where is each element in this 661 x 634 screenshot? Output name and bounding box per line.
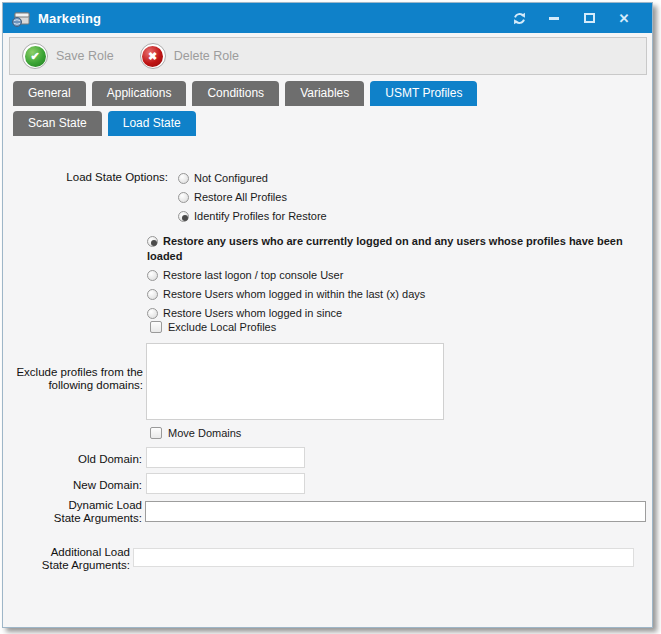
radio-restore-last-logon[interactable]: Restore last logon / top console User (147, 268, 649, 283)
tab-usmt-profiles[interactable]: USMT Profiles (370, 81, 477, 106)
maximize-icon[interactable] (581, 10, 597, 26)
tab-variables[interactable]: Variables (285, 81, 364, 106)
radio-icon (178, 173, 189, 184)
title-bar: Marketing ✕ (3, 3, 652, 33)
save-role-button[interactable]: ✔ Save Role (22, 43, 114, 69)
delete-x-icon: ✖ (140, 43, 166, 69)
radio-icon (147, 308, 158, 319)
exclude-domains-label: Exclude profiles from the following doma… (11, 366, 143, 392)
dynamic-load-state-arguments-input[interactable] (145, 501, 646, 522)
move-domains-checkbox[interactable]: Move Domains (150, 427, 241, 439)
dynamic-args-label: Dynamic Load State Arguments: (41, 499, 142, 525)
primary-tab-row: General Applications Conditions Variable… (13, 81, 477, 106)
window-title: Marketing (38, 11, 101, 26)
radio-restore-since[interactable]: Restore Users whom logged in since (147, 306, 649, 321)
save-role-label: Save Role (56, 49, 114, 63)
radio-label: Restore any users who are currently logg… (147, 235, 623, 262)
radio-label: Restore last logon / top console User (163, 269, 343, 281)
radio-icon (178, 211, 189, 222)
delete-role-label: Delete Role (174, 49, 239, 63)
checkbox-label: Move Domains (168, 427, 241, 439)
delete-role-button[interactable]: ✖ Delete Role (140, 43, 239, 69)
radio-label: Not Configured (194, 172, 268, 184)
load-state-options-group: Not Configured Restore All Profiles Iden… (178, 169, 327, 226)
radio-restore-all-profiles[interactable]: Restore All Profiles (178, 188, 327, 207)
radio-label: Restore All Profiles (194, 191, 287, 203)
toolbar: ✔ Save Role ✖ Delete Role (9, 37, 647, 75)
exclude-local-profiles-checkbox[interactable]: Exclude Local Profiles (150, 321, 276, 333)
additional-args-label: Additional Load State Arguments: (29, 546, 130, 572)
radio-label: Identify Profiles for Restore (194, 210, 327, 222)
radio-label: Restore Users whom logged in within the … (163, 288, 425, 300)
tab-general[interactable]: General (13, 81, 86, 106)
tab-conditions[interactable]: Conditions (192, 81, 279, 106)
load-state-options-label: Load State Options: (3, 171, 168, 184)
checkbox-icon (150, 321, 162, 333)
tab-scan-state[interactable]: Scan State (13, 111, 102, 136)
radio-label: Restore Users whom logged in since (163, 307, 342, 319)
minimize-icon[interactable] (546, 10, 562, 26)
radio-icon (147, 289, 158, 300)
secondary-tab-row: Scan State Load State (13, 111, 196, 136)
close-icon[interactable]: ✕ (616, 10, 632, 26)
app-icon (11, 10, 31, 27)
save-check-icon: ✔ (22, 43, 48, 69)
new-domain-input[interactable] (146, 473, 305, 494)
additional-load-state-arguments-input[interactable] (133, 548, 634, 567)
tab-load-state[interactable]: Load State (108, 111, 196, 136)
old-domain-label: Old Domain: (3, 453, 142, 466)
new-domain-label: New Domain: (3, 479, 142, 492)
radio-icon (147, 270, 158, 281)
checkbox-icon (150, 427, 162, 439)
radio-icon (147, 236, 158, 247)
radio-not-configured[interactable]: Not Configured (178, 169, 327, 188)
marketing-window: Marketing ✕ ✔ Save Role ✖ (2, 2, 653, 628)
radio-restore-logged-on-users[interactable]: Restore any users who are currently logg… (147, 234, 649, 264)
radio-restore-last-x-days[interactable]: Restore Users whom logged in within the … (147, 287, 649, 302)
radio-icon (178, 192, 189, 203)
old-domain-input[interactable] (146, 447, 305, 468)
window-controls: ✕ (511, 10, 644, 26)
radio-identify-profiles[interactable]: Identify Profiles for Restore (178, 207, 327, 226)
restore-options-group: Restore any users who are currently logg… (147, 234, 649, 325)
exclude-domains-textarea[interactable] (146, 343, 444, 420)
tab-applications[interactable]: Applications (92, 81, 187, 106)
refresh-icon[interactable] (511, 10, 527, 26)
checkbox-label: Exclude Local Profiles (168, 321, 276, 333)
